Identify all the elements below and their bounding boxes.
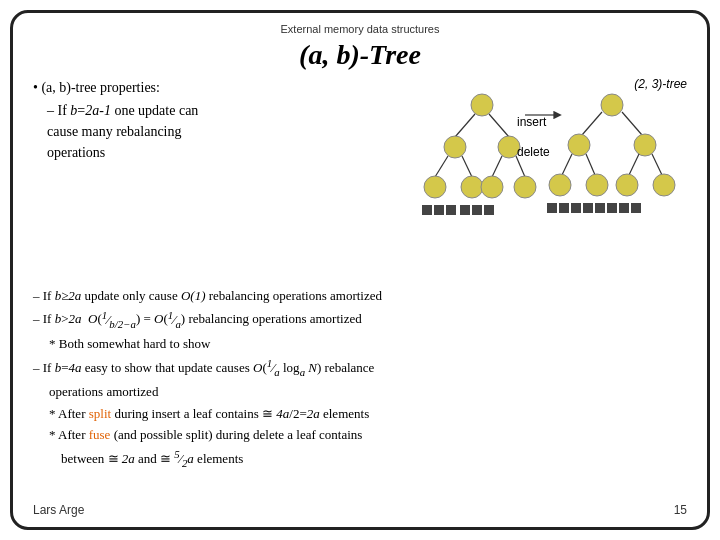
line5: operations amortized — [49, 381, 687, 402]
main-title: (a, b)-Tree — [33, 39, 687, 71]
bullet-main: • (a, b)-tree properties: — [33, 77, 407, 98]
svg-point-11 — [481, 176, 503, 198]
top-label: External memory data structures — [33, 23, 687, 35]
indent-line3: operations — [47, 142, 407, 163]
left-text: • (a, b)-tree properties: – If b=2a-1 on… — [33, 77, 407, 277]
line7: * After fuse (and possible split) during… — [33, 424, 687, 445]
svg-line-1 — [455, 114, 475, 137]
svg-line-5 — [435, 156, 448, 177]
svg-line-28 — [629, 154, 639, 175]
svg-rect-39 — [631, 203, 641, 213]
svg-point-7 — [424, 176, 446, 198]
svg-rect-38 — [619, 203, 629, 213]
tree-svg — [417, 77, 677, 262]
svg-rect-34 — [571, 203, 581, 213]
svg-rect-16 — [460, 205, 470, 215]
svg-line-10 — [516, 156, 525, 177]
line6: * After split during insert a leaf conta… — [33, 403, 687, 424]
indent-line2: cause many rebalancing — [47, 121, 407, 142]
svg-rect-32 — [547, 203, 557, 213]
label-insert: insert — [517, 115, 546, 129]
line3: * Both somewhat hard to show — [49, 333, 687, 354]
svg-point-22 — [568, 134, 590, 156]
title-text: (a, b)-Tree — [299, 39, 421, 70]
svg-line-20 — [582, 112, 602, 135]
svg-rect-15 — [446, 205, 456, 215]
svg-point-23 — [634, 134, 656, 156]
svg-rect-14 — [434, 205, 444, 215]
svg-rect-18 — [484, 205, 494, 215]
tree-area: (2, 3)-tree — [407, 77, 687, 277]
svg-point-27 — [586, 174, 608, 196]
footer-left: Lars Arge — [33, 503, 84, 517]
svg-point-8 — [461, 176, 483, 198]
svg-point-0 — [471, 94, 493, 116]
svg-point-31 — [653, 174, 675, 196]
svg-line-21 — [622, 112, 642, 135]
content-area: • (a, b)-tree properties: – If b=2a-1 on… — [33, 77, 687, 277]
svg-line-29 — [652, 154, 662, 175]
svg-line-25 — [586, 154, 595, 175]
svg-rect-37 — [607, 203, 617, 213]
svg-point-3 — [444, 136, 466, 158]
line8: between ≅ 2a and ≅ 5⁄2a elements — [61, 446, 687, 473]
footer-right: 15 — [674, 503, 687, 517]
svg-line-9 — [492, 156, 502, 177]
svg-line-2 — [489, 114, 509, 137]
indent-line1: – If b=2a-1 one update can — [47, 100, 407, 121]
footer: Lars Arge 15 — [33, 503, 687, 517]
svg-point-12 — [514, 176, 536, 198]
svg-rect-36 — [595, 203, 605, 213]
svg-point-19 — [601, 94, 623, 116]
svg-rect-35 — [583, 203, 593, 213]
svg-rect-13 — [422, 205, 432, 215]
label-delete: delete — [517, 145, 550, 159]
slide: External memory data structures (a, b)-T… — [10, 10, 710, 530]
svg-point-30 — [616, 174, 638, 196]
line1: – If b≥2a update only cause O(1) rebalan… — [33, 285, 687, 306]
svg-point-26 — [549, 174, 571, 196]
svg-rect-33 — [559, 203, 569, 213]
split-label: split — [89, 406, 111, 421]
line2: – If b>2a O(1⁄b/2−a) = O(1⁄a) rebalancin… — [33, 306, 687, 333]
svg-rect-17 — [472, 205, 482, 215]
svg-line-6 — [462, 156, 472, 177]
svg-line-24 — [562, 154, 572, 175]
line4: – If b=4a easy to show that update cause… — [33, 355, 687, 382]
bottom-text: – If b≥2a update only cause O(1) rebalan… — [33, 285, 687, 473]
fuse-label: fuse — [89, 427, 111, 442]
